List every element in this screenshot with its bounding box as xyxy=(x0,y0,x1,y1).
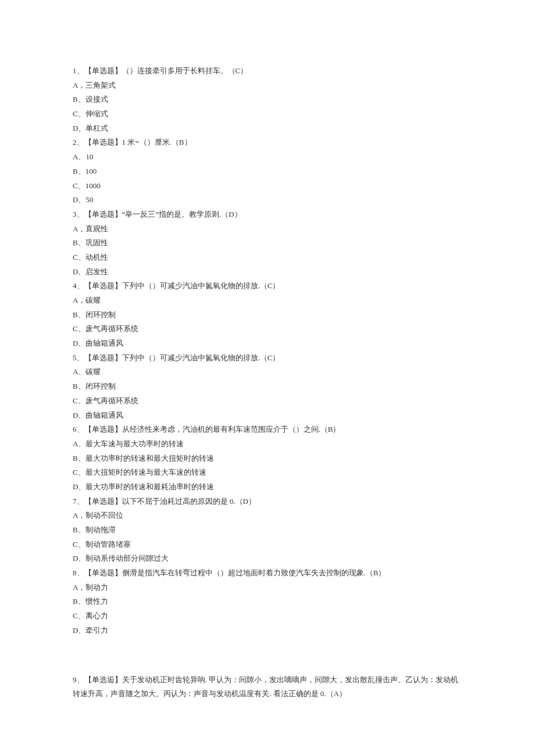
option-D: D、单杠式 xyxy=(73,121,462,136)
option-B: B、制动拖滞 xyxy=(73,523,462,538)
option-label: C xyxy=(73,253,78,261)
question-answer: （A） xyxy=(326,689,347,698)
question-answer: （C） xyxy=(228,66,248,75)
option-text: 曲轴箱通风 xyxy=(85,339,123,347)
option-text: 碳耀 xyxy=(85,296,101,304)
option-label: D xyxy=(73,267,78,276)
option-B: B、巩固性 xyxy=(73,236,462,250)
question-type: 【单选逅】 xyxy=(84,675,122,684)
option-label: D xyxy=(73,626,78,635)
option-text: 惯性力 xyxy=(85,597,108,605)
option-D: D、牵引力 xyxy=(73,624,462,638)
option-C: C、最大扭矩时的转速与最大车速的转速 xyxy=(73,465,462,480)
option-text: 最大功率时的转速和最大扭矩时的转速 xyxy=(85,454,214,463)
option-text: 100 xyxy=(85,167,97,175)
option-label: A xyxy=(73,367,78,376)
option-label: A xyxy=(73,439,78,448)
question-text: “举一反三”指的是。教学原则. xyxy=(122,210,222,218)
option-A: A，制动力 xyxy=(73,581,462,595)
option-C: C、1000 xyxy=(73,179,462,194)
option-B: B、100 xyxy=(73,164,462,179)
option-text: 闭环控制 xyxy=(85,382,116,390)
option-label: D xyxy=(73,195,78,204)
option-text: 50 xyxy=(85,195,93,204)
question-type: 【单选题】 xyxy=(84,138,122,146)
option-label: C xyxy=(73,181,78,190)
option-label: C xyxy=(73,396,78,405)
option-label: A xyxy=(73,296,78,304)
option-text: 废气再循环系统 xyxy=(85,324,138,333)
option-text: 闭环控制 xyxy=(85,310,116,319)
option-label: B xyxy=(73,382,78,390)
option-C: C、制动管路堵塞 xyxy=(73,538,462,552)
option-C: C、废气再循环系统 xyxy=(73,394,462,409)
option-text: 10 xyxy=(85,152,93,161)
option-text: 单杠式 xyxy=(85,124,108,132)
option-B: B、最大功率时的转速和最大扭矩时的转速 xyxy=(73,452,462,466)
option-label: D xyxy=(73,339,78,347)
option-text: 最大扭矩时的转速与最大车速的转速 xyxy=(85,468,206,476)
option-label: B xyxy=(73,238,78,247)
option-text: 制动力 xyxy=(85,583,108,592)
option-label: A xyxy=(73,583,78,592)
option-A: A、10 xyxy=(73,150,462,164)
question-2: 2、【单选题】1 米=（）厘米.（B） xyxy=(73,135,462,150)
option-B: B、设接式 xyxy=(73,92,462,107)
question-type: 【单选题】 xyxy=(84,66,122,75)
option-label: D xyxy=(73,554,78,562)
option-B: B、闭环控制 xyxy=(73,379,462,394)
question-answer: （D） xyxy=(236,497,256,506)
question-text: 侧滑是指汽车在转弯过程中（）超过地面时着力致使汽车失去控制的现象. xyxy=(122,568,366,577)
option-D: D、曲轴箱通风 xyxy=(73,336,462,351)
option-text: 制动拖滞 xyxy=(85,525,116,534)
option-text: 伸缩式 xyxy=(85,109,108,118)
option-text: 最大车速与最大功率时的转速 xyxy=(85,439,184,448)
option-D: D、启发性 xyxy=(73,265,462,280)
question-1: 1、【单选题】（）连接牵引多用于长料挂车。（C） xyxy=(73,64,462,78)
question-text: 以下不屈于油耗过高的原因的是 0. xyxy=(122,497,236,506)
option-text: 直观性 xyxy=(85,224,108,233)
question-answer: （B） xyxy=(366,568,386,577)
question-answer: （B） xyxy=(320,425,341,433)
option-label: C xyxy=(73,468,78,476)
question-answer: （C） xyxy=(260,281,280,290)
question-6: 6、【单选题】从经济性来考虑，汽油机的最有利车速范围应介于（）之间.（B） xyxy=(73,422,462,437)
option-D: D、50 xyxy=(73,193,462,207)
option-label: B xyxy=(73,597,78,605)
option-text: 三角架式 xyxy=(85,81,116,89)
option-label: C xyxy=(73,611,78,620)
option-label: A xyxy=(73,81,78,89)
option-text: 废气再循环系统 xyxy=(85,396,138,405)
question-8: 8、【单选题】侧滑是指汽车在转弯过程中（）超过地面时着力致使汽车失去控制的现象.… xyxy=(73,566,462,581)
option-label: B xyxy=(73,454,78,463)
option-C: C、伸缩式 xyxy=(73,107,462,121)
question-text: 下列中（）可减少汽油中氮氧化物的排放. xyxy=(122,353,260,362)
question-9: 9、【单选逅】关于发动机正时齿轮异响. 甲认为：间隙小，发出嘀嘀声，间隙大，发出… xyxy=(73,673,462,701)
option-A: A，三角架式 xyxy=(73,78,462,93)
question-3: 3、【单选题】“举一反三”指的是。教学原则.（D） xyxy=(73,207,462,222)
question-type: 【单选题】 xyxy=(84,281,122,290)
option-text: 启发性 xyxy=(85,267,108,276)
question-4: 4、【单选题】下列中（）可减少汽油中氮氧化物的排放.（C） xyxy=(73,279,462,293)
option-label: D xyxy=(73,124,78,132)
option-label: A xyxy=(73,152,78,161)
option-B: B、惯性力 xyxy=(73,594,462,609)
question-text: 从经济性来考虑，汽油机的最有利车速范围应介于（）之间. xyxy=(122,425,320,433)
option-text: 曲轴箱通风 xyxy=(85,411,123,420)
option-text: 巩固性 xyxy=(85,238,108,247)
option-text: 牵引力 xyxy=(85,626,108,635)
option-D: D、曲轴箱通风 xyxy=(73,409,462,423)
option-C: C、离心力 xyxy=(73,609,462,624)
section-gap xyxy=(73,638,462,673)
option-label: B xyxy=(73,167,78,175)
option-label: B xyxy=(73,310,78,319)
option-text: 碳耀 xyxy=(85,367,101,376)
option-text: 1000 xyxy=(85,181,101,190)
option-label: D xyxy=(73,482,78,491)
question-7: 7、【单选题】以下不屈于油耗过高的原因的是 0.（D） xyxy=(73,495,462,509)
question-text: 下列中（）可减少汽油中氮氧化物的排放. xyxy=(122,281,260,290)
option-label: A xyxy=(73,224,78,233)
option-C: C、动机性 xyxy=(73,250,462,265)
option-text: 离心力 xyxy=(85,611,108,620)
option-A: A，碳耀 xyxy=(73,293,462,308)
